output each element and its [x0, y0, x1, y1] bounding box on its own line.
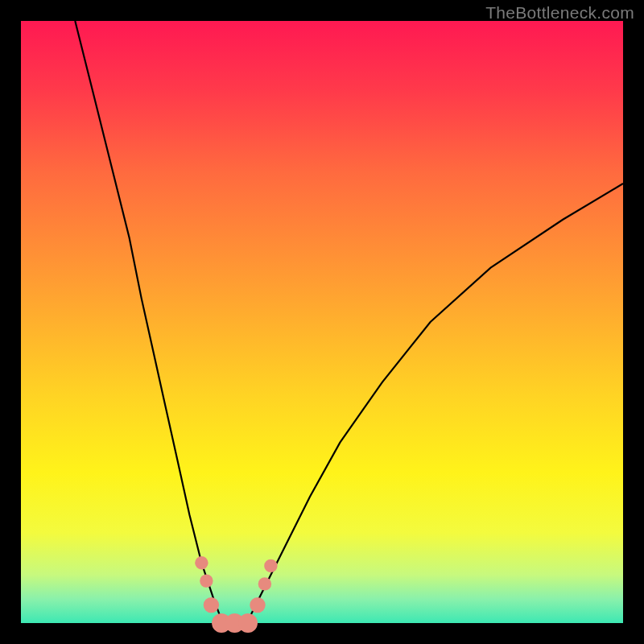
- marker-dot: [204, 597, 219, 613]
- marker-dot: [238, 613, 258, 633]
- left-curve: [75, 21, 222, 623]
- chart-svg: [21, 21, 623, 623]
- marker-dot: [195, 556, 208, 569]
- marker-dot: [264, 559, 277, 572]
- marker-dot: [200, 574, 213, 587]
- watermark-text: TheBottleneck.com: [485, 3, 634, 23]
- marker-dot: [258, 577, 271, 590]
- right-curve: [247, 184, 624, 623]
- marker-dot: [250, 597, 265, 613]
- chart-frame: [21, 21, 623, 623]
- marker-group: [195, 556, 277, 633]
